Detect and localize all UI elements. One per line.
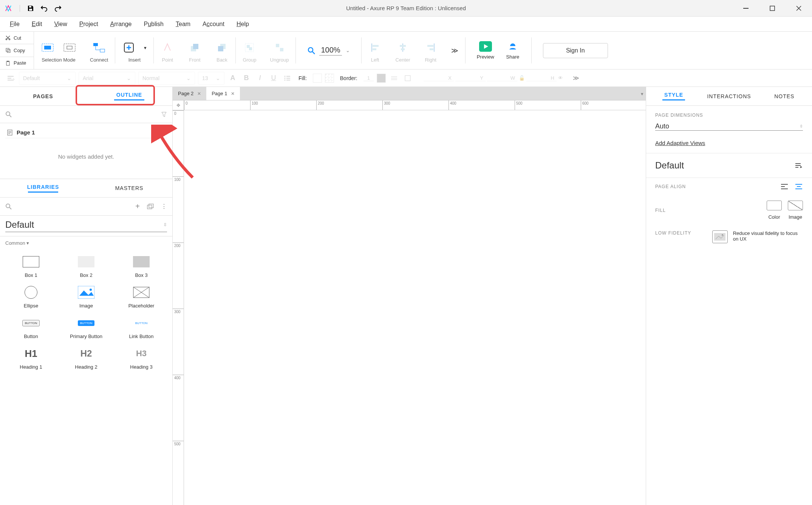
y-input[interactable]: Y <box>455 75 486 81</box>
page-dimensions-select[interactable]: Auto⇳ <box>655 122 803 131</box>
widget-box-2[interactable]: Box 2 <box>60 255 112 278</box>
page-fill-color-swatch[interactable] <box>767 201 782 210</box>
canvas[interactable] <box>184 110 646 505</box>
menu-project[interactable]: Project <box>73 19 104 30</box>
low-fidelity-toggle[interactable] <box>712 230 728 243</box>
canvas-tab-page-1[interactable]: Page 1✕ <box>206 87 240 100</box>
library-menu-icon[interactable]: ⋮ <box>161 203 167 210</box>
widget-box-3[interactable]: Box 3 <box>116 255 167 278</box>
widget-heading-2[interactable]: H2Heading 2 <box>60 347 112 370</box>
tab-masters[interactable]: MASTERS <box>86 180 172 196</box>
search-icon[interactable] <box>5 203 12 210</box>
add-library-icon[interactable]: + <box>135 202 140 211</box>
page-icon <box>7 130 13 136</box>
library-select[interactable]: Default⇳ <box>5 219 167 232</box>
ruler-corner-icon[interactable]: ✥ <box>173 100 184 110</box>
undo-icon[interactable] <box>39 3 49 14</box>
selection-mode-icon[interactable] <box>41 41 54 54</box>
front-icon <box>188 41 201 54</box>
close-icon[interactable]: ✕ <box>197 91 201 96</box>
library-stack-icon[interactable] <box>147 204 154 210</box>
svg-rect-15 <box>100 49 105 52</box>
font-select[interactable]: Arial⌄ <box>79 72 135 85</box>
tab-style[interactable]: STYLE <box>646 86 701 106</box>
toolbar-overflow-icon[interactable]: ≫ <box>451 46 458 55</box>
page-fill-image-swatch[interactable] <box>788 201 803 210</box>
fill-color-swatch[interactable] <box>313 74 322 83</box>
outline-page-item[interactable]: Page 1 <box>5 127 167 138</box>
search-icon[interactable] <box>5 111 12 118</box>
menu-account[interactable]: Account <box>196 19 230 30</box>
widget-box-1[interactable]: Box 1 <box>5 255 57 278</box>
zoom-control[interactable]: 100% ⌄ <box>296 32 361 69</box>
border-style-icon[interactable] <box>389 73 399 83</box>
insert-icon[interactable] <box>122 41 136 54</box>
text-color-icon[interactable]: A <box>227 73 238 83</box>
bullet-list-icon[interactable] <box>282 73 292 83</box>
paste-button[interactable]: Paste <box>0 57 34 69</box>
widget-ellipse[interactable]: Ellipse <box>5 286 57 309</box>
ruler-horizontal[interactable]: 0 100 200 300 400 500 600 <box>184 100 646 110</box>
ruler-vertical[interactable]: 0 100 200 300 400 500 600 <box>173 110 184 505</box>
close-icon[interactable]: ✕ <box>231 91 235 96</box>
tab-notes[interactable]: NOTES <box>757 88 812 105</box>
visibility-icon[interactable]: 👁 <box>558 75 563 81</box>
h-input[interactable]: H <box>526 75 557 81</box>
menu-edit[interactable]: Edit <box>26 19 48 30</box>
minimize-button[interactable] <box>733 0 759 17</box>
add-adaptive-views-link[interactable]: Add Adaptive Views <box>655 140 705 146</box>
redo-icon[interactable] <box>53 3 63 14</box>
lock-icon[interactable]: 🔓 <box>519 75 525 81</box>
border-color-swatch[interactable] <box>377 74 386 83</box>
sign-in-button[interactable]: Sign In <box>543 43 608 58</box>
italic-icon[interactable]: I <box>255 73 265 83</box>
tab-overflow-icon[interactable]: ▾ <box>638 87 646 100</box>
bold-icon[interactable]: B <box>241 73 252 83</box>
close-button[interactable] <box>786 0 812 17</box>
fill-image-swatch[interactable] <box>325 74 334 83</box>
font-size-input[interactable]: 13⌄ <box>198 72 224 85</box>
style-select[interactable]: Default⌄ <box>19 72 76 85</box>
widget-primary-button[interactable]: BUTTONPrimary Button <box>60 316 112 339</box>
menu-view[interactable]: View <box>48 19 73 30</box>
menu-file[interactable]: File <box>4 19 26 30</box>
canvas-tab-page-2[interactable]: Page 2✕ <box>173 87 206 100</box>
copy-button[interactable]: Copy <box>0 44 34 56</box>
menu-arrange[interactable]: Arrange <box>104 19 138 30</box>
maximize-button[interactable] <box>759 0 786 17</box>
widget-heading-1[interactable]: H1Heading 1 <box>5 347 57 370</box>
share-button[interactable]: Share <box>506 41 520 60</box>
tab-outline[interactable]: OUTLINE <box>86 86 172 106</box>
widget-link-button[interactable]: BUTTONLink Button <box>116 316 167 339</box>
menu-publish[interactable]: Publish <box>138 19 170 30</box>
menu-team[interactable]: Team <box>170 19 196 30</box>
page-align-left-icon[interactable] <box>780 183 789 190</box>
widget-button[interactable]: BUTTONButton <box>5 316 57 339</box>
selection-contained-icon[interactable] <box>63 41 76 54</box>
stylebar-overflow-icon[interactable]: ≫ <box>573 74 579 82</box>
w-input[interactable]: W <box>487 75 517 81</box>
library-category-common[interactable]: Common ▾ <box>0 236 172 250</box>
underline-icon[interactable]: U <box>268 73 279 83</box>
insert-dropdown-caret-icon[interactable]: ▾ <box>144 45 147 51</box>
font-weight-select[interactable]: Normal⌄ <box>138 72 195 85</box>
tab-pages[interactable]: PAGES <box>0 88 86 105</box>
save-icon[interactable] <box>25 3 36 14</box>
menu-help[interactable]: Help <box>230 19 255 30</box>
edit-style-icon[interactable] <box>795 162 803 169</box>
widget-heading-3[interactable]: H3Heading 3 <box>116 347 167 370</box>
svg-rect-9 <box>7 61 9 62</box>
tab-libraries[interactable]: LIBRARIES <box>0 179 86 198</box>
border-sides-icon[interactable] <box>402 73 413 83</box>
widget-image[interactable]: Image <box>60 286 112 309</box>
widget-placeholder[interactable]: Placeholder <box>116 286 167 309</box>
connect-icon[interactable] <box>92 41 106 54</box>
tab-interactions[interactable]: INTERACTIONS <box>701 88 756 105</box>
x-input[interactable]: X <box>424 75 454 81</box>
page-align-center-icon[interactable] <box>795 183 803 190</box>
cut-button[interactable]: Cut <box>0 32 34 44</box>
preview-button[interactable]: Preview <box>477 41 494 60</box>
funnel-icon[interactable] <box>161 111 167 117</box>
svg-point-35 <box>285 77 286 79</box>
chevron-down-icon[interactable]: ⌄ <box>346 48 350 53</box>
